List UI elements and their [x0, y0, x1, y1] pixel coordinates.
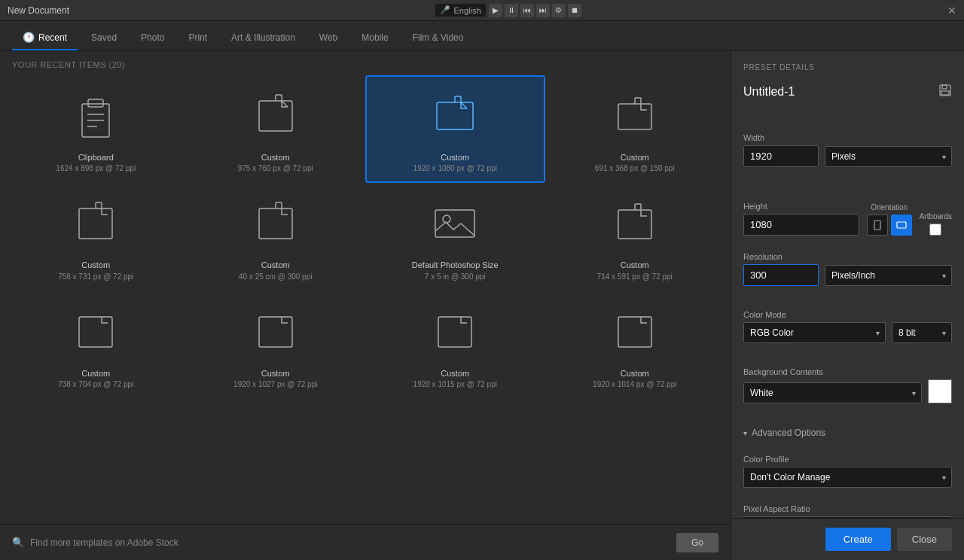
go-button[interactable]: Go — [676, 533, 718, 552]
list-item[interactable]: Custom 714 x 591 px @ 72 ppi — [545, 183, 725, 291]
svg-rect-9 — [437, 102, 473, 129]
svg-rect-38 — [874, 221, 880, 230]
item-name: Custom — [261, 260, 290, 270]
preset-name-input[interactable] — [743, 85, 938, 99]
landscape-orientation-button[interactable] — [891, 215, 912, 236]
tab-mobile[interactable]: Mobile — [351, 26, 398, 50]
item-name: Custom — [81, 368, 110, 379]
height-orientation-row: Height Orientation — [743, 191, 952, 236]
bit-depth-select[interactable]: 8 bit 16 bit 32 bit — [892, 322, 952, 343]
color-mode-select-wrapper: RGB Color CMYK Color Grayscale — [743, 322, 886, 343]
tab-saved[interactable]: Saved — [81, 26, 127, 50]
list-item[interactable]: Custom 1920 x 1027 px @ 72 ppi — [186, 291, 366, 399]
advanced-options-toggle[interactable]: ▾ Advanced Options — [743, 428, 952, 438]
height-label: Height — [743, 202, 859, 211]
tab-web[interactable]: Web — [309, 26, 348, 50]
item-icon-image — [425, 193, 485, 254]
item-dims: 975 x 760 px @ 72 ppi — [238, 164, 313, 172]
list-item[interactable]: Clipboard 1624 x 898 px @ 72 ppi — [6, 75, 186, 183]
tabs-bar: 🕐 Recent Saved Photo Print Art & Illustr… — [0, 21, 964, 51]
item-icon-doc4 — [66, 193, 126, 254]
color-profile-select[interactable]: Don't Color Manage sRGB IEC61966-2.1 Ado… — [743, 467, 952, 488]
recent-count: (20) — [109, 60, 126, 69]
list-item[interactable]: Custom 1920 x 1014 px @ 72 ppi — [545, 291, 725, 399]
tab-film[interactable]: Film & Video — [402, 26, 474, 50]
items-grid: Clipboard 1624 x 898 px @ 72 ppi Custom — [0, 75, 731, 524]
close-button[interactable]: ✕ — [947, 5, 956, 16]
item-name: Clipboard — [78, 152, 114, 163]
list-item[interactable]: Custom 1920 x 1015 px @ 72 ppi — [365, 291, 545, 399]
list-item[interactable]: Custom 738 x 704 px @ 72 ppi — [6, 291, 186, 399]
bg-contents-field-group: Background Contents White Black Transpar… — [743, 367, 952, 411]
portrait-orientation-button[interactable] — [867, 215, 888, 236]
resolution-label: Resolution — [743, 252, 952, 261]
advanced-arrow-icon: ▾ — [743, 429, 747, 437]
artboards-checkbox[interactable] — [929, 224, 941, 236]
item-icon-clipboard — [66, 86, 126, 146]
item-name: Custom — [621, 368, 649, 379]
list-item[interactable]: Custom 1920 x 1080 px @ 72 ppi — [365, 75, 545, 183]
item-icon-doc8 — [66, 302, 126, 362]
list-item[interactable]: Custom 975 x 760 px @ 72 ppi — [186, 75, 366, 183]
item-icon-doc7 — [605, 193, 665, 254]
close-dialog-button[interactable]: Close — [897, 528, 952, 551]
item-dims: 691 x 368 px @ 150 ppi — [595, 164, 675, 172]
tab-photo[interactable]: Photo — [130, 26, 175, 50]
height-input[interactable] — [743, 214, 859, 236]
item-icon-doc9 — [246, 302, 306, 362]
play-icon[interactable]: ▶ — [489, 4, 502, 17]
prev-icon[interactable]: ⏮ — [520, 4, 534, 17]
list-item[interactable]: Default Photoshop Size 7 x 5 in @ 300 pp… — [365, 183, 545, 291]
tab-recent-label: Recent — [38, 32, 67, 43]
stop-icon[interactable]: ⏹ — [568, 4, 581, 17]
svg-rect-17 — [79, 208, 112, 239]
width-input-wrap — [743, 145, 819, 167]
item-name: Custom — [261, 152, 290, 163]
tab-print-label: Print — [188, 32, 207, 43]
height-col: Height — [743, 202, 859, 236]
list-item[interactable]: Custom 691 x 368 px @ 150 ppi — [545, 75, 725, 183]
tab-photo-label: Photo — [141, 32, 164, 43]
svg-rect-27 — [618, 210, 651, 239]
resolution-input-wrap — [743, 264, 819, 286]
item-name: Custom — [621, 260, 649, 270]
tab-recent[interactable]: 🕐 Recent — [12, 26, 78, 50]
svg-rect-39 — [897, 222, 906, 228]
artboards-label: Artboards — [920, 212, 952, 221]
width-input[interactable] — [743, 145, 819, 167]
orientation-buttons — [867, 215, 912, 236]
resolution-unit-select-wrapper: Pixels/Inch Pixels/Centimeter — [825, 265, 952, 286]
language-pill[interactable]: 🎤 English — [435, 4, 485, 17]
tab-saved-label: Saved — [91, 32, 117, 43]
item-dims: 7 x 5 in @ 300 ppi — [425, 272, 486, 281]
preset-name-row — [743, 84, 952, 100]
resolution-input[interactable] — [743, 264, 819, 286]
item-dims: 714 x 591 px @ 72 ppi — [597, 272, 673, 281]
bg-contents-select[interactable]: White Black Transparent — [743, 382, 922, 403]
resolution-unit-select[interactable]: Pixels/Inch Pixels/Centimeter — [825, 265, 952, 286]
save-preset-icon[interactable] — [938, 84, 952, 100]
width-unit-select[interactable]: Pixels Inches Centimeters Millimeters — [825, 146, 952, 167]
resolution-row: Pixels/Inch Pixels/Centimeter — [743, 264, 952, 286]
app-title: New Document — [8, 5, 69, 16]
svg-rect-33 — [438, 317, 471, 347]
search-icon: 🔍 — [12, 537, 24, 548]
color-mode-row: RGB Color CMYK Color Grayscale 8 bit 16 … — [743, 322, 952, 343]
item-name: Custom — [441, 368, 469, 379]
tab-print[interactable]: Print — [178, 26, 218, 50]
create-button[interactable]: Create — [825, 528, 891, 551]
gear-icon[interactable]: ⚙ — [552, 4, 566, 17]
next-icon[interactable]: ⏭ — [536, 4, 550, 17]
color-mode-label: Color Mode — [743, 310, 952, 319]
bg-color-swatch[interactable] — [928, 379, 952, 403]
pause-icon[interactable]: ⏸ — [505, 4, 518, 17]
list-item[interactable]: Custom 758 x 731 px @ 72 ppi — [6, 183, 186, 291]
orientation-artboards-col: Orientation — [867, 191, 912, 236]
advanced-options-label: Advanced Options — [752, 428, 825, 438]
tab-art[interactable]: Art & Illustration — [221, 26, 306, 50]
list-item[interactable]: Custom 40 x 25 cm @ 300 ppi — [186, 183, 366, 291]
main-layout: YOUR RECENT ITEMS (20) Clipboard 1624 x … — [0, 51, 964, 560]
color-mode-select[interactable]: RGB Color CMYK Color Grayscale — [743, 322, 886, 343]
mic-icon: 🎤 — [440, 5, 450, 15]
width-field-group: Width Pixels Inches Centimeters Millimet… — [743, 133, 952, 175]
